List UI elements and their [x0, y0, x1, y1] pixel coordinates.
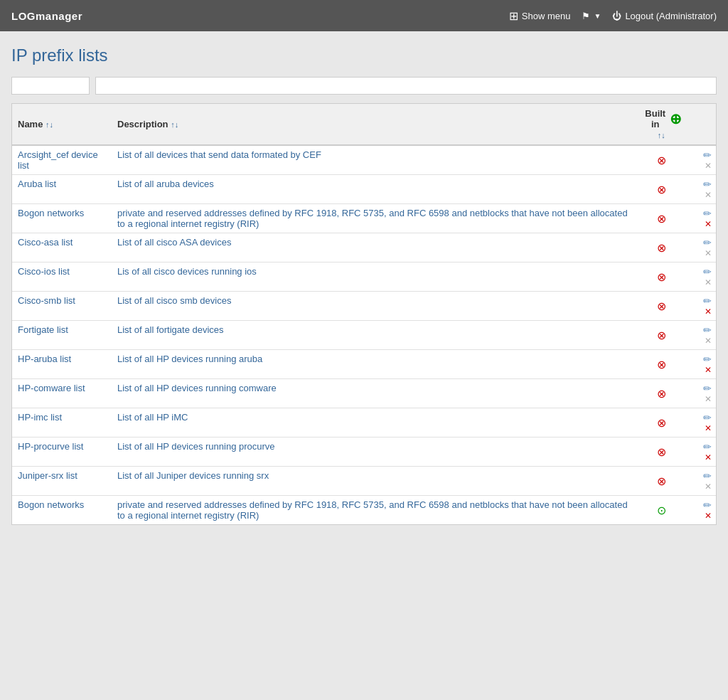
table-body: Arcsight_cef device listList of all devi…	[12, 145, 716, 524]
row-actions-cell: ✏✕	[687, 321, 716, 350]
builtin-no-icon: ⊗	[657, 242, 666, 254]
logout-button[interactable]: ⏻ Logout (Administrator)	[612, 11, 717, 21]
edit-button[interactable]: ✏	[693, 237, 712, 248]
power-icon: ⏻	[612, 11, 621, 21]
delete-button[interactable]: ✕	[693, 277, 712, 287]
row-builtin-cell: ⊗	[636, 233, 687, 262]
col-header-description: Description ↑↓	[112, 104, 636, 145]
edit-button[interactable]: ✏	[693, 179, 712, 190]
builtin-no-icon: ⊗	[657, 388, 666, 400]
table-row: Juniper-srx listList of all Juniper devi…	[12, 467, 716, 496]
table-row: Bogon networksprivate and reserved addre…	[12, 204, 716, 233]
builtin-no-icon: ⊗	[657, 184, 666, 196]
row-builtin-cell: ⊗	[636, 321, 687, 350]
flag-dropdown-arrow: ▼	[594, 12, 601, 20]
delete-button[interactable]: ✕	[693, 336, 712, 346]
edit-button[interactable]: ✏	[693, 383, 712, 394]
flag-button[interactable]: ⚑ ▼	[582, 11, 601, 21]
filter-name-input[interactable]	[11, 77, 90, 95]
row-name-cell[interactable]: Cisco-asa list	[12, 233, 112, 262]
flag-icon: ⚑	[582, 11, 590, 21]
delete-button[interactable]: ✕	[693, 190, 712, 200]
delete-button[interactable]: ✕	[693, 365, 712, 375]
grid-icon: ⊞	[509, 9, 518, 23]
row-actions-cell: ✏✕	[687, 204, 716, 233]
row-builtin-cell: ⊗	[636, 467, 687, 496]
col-header-name: Name ↑↓	[12, 104, 112, 145]
delete-button[interactable]: ✕	[693, 219, 712, 229]
delete-button[interactable]: ✕	[693, 423, 712, 433]
delete-button[interactable]: ✕	[693, 307, 712, 317]
row-name-cell[interactable]: HP-comware list	[12, 379, 112, 408]
edit-button[interactable]: ✏	[693, 295, 712, 307]
name-sort-arrows[interactable]: ↑↓	[46, 120, 53, 129]
add-button[interactable]: ⊕	[670, 110, 682, 127]
delete-button[interactable]: ✕	[693, 511, 712, 521]
row-actions-cell: ✏✕	[687, 262, 716, 292]
edit-button[interactable]: ✏	[693, 266, 712, 277]
builtin-no-icon: ⊗	[657, 154, 666, 166]
builtin-no-icon: ⊗	[657, 329, 666, 341]
row-builtin-cell: ⊗	[636, 408, 687, 438]
desc-sort-arrows[interactable]: ↑↓	[171, 120, 178, 129]
table-row: HP-procurve listList of all HP devices r…	[12, 438, 716, 467]
row-builtin-cell: ⊗	[636, 292, 687, 321]
table-row: Aruba listList of all aruba devices⊗✏✕	[12, 175, 716, 204]
builtin-no-icon: ⊗	[657, 271, 666, 283]
row-name-cell[interactable]: Fortigate list	[12, 321, 112, 350]
row-description-cell: Lis of all cisco devices running ios	[112, 262, 636, 292]
edit-button[interactable]: ✏	[693, 324, 712, 336]
row-description-cell: List of all HP iMC	[112, 408, 636, 438]
show-menu-button[interactable]: ⊞ Show menu	[509, 9, 571, 23]
row-name-cell[interactable]: Cisco-smb list	[12, 292, 112, 321]
edit-button[interactable]: ✏	[693, 354, 712, 365]
table-row: Fortigate listList of all fortigate devi…	[12, 321, 716, 350]
delete-button[interactable]: ✕	[693, 394, 712, 404]
row-name-cell[interactable]: Arcsight_cef device list	[12, 145, 112, 175]
row-name-cell[interactable]: Juniper-srx list	[12, 467, 112, 496]
row-actions-cell: ✏✕	[687, 467, 716, 496]
row-actions-cell: ✏✕	[687, 408, 716, 438]
edit-button[interactable]: ✏	[693, 441, 712, 452]
col-header-builtin: Built in ⊕ ↑↓	[636, 104, 687, 145]
builtin-sort-arrows[interactable]: ↑↓	[658, 129, 665, 140]
builtin-no-icon: ⊗	[657, 417, 666, 429]
row-description-cell: List of all HP devices running procurve	[112, 438, 636, 467]
row-builtin-cell: ⊗	[636, 145, 687, 175]
row-actions-cell: ✏✕	[687, 145, 716, 175]
edit-button[interactable]: ✏	[693, 499, 712, 511]
edit-button[interactable]: ✏	[693, 149, 712, 161]
table-row: Cisco-ios listLis of all cisco devices r…	[12, 262, 716, 292]
header: LOGmanager ⊞ Show menu ⚑ ▼ ⏻ Logout (Adm…	[0, 0, 728, 31]
edit-button[interactable]: ✏	[693, 412, 712, 423]
main-content: IP prefix lists Name ↑↓ Description ↑↓	[0, 31, 728, 539]
row-name-cell[interactable]: Bogon networks	[12, 204, 112, 233]
row-description-cell: List of all Juniper devices running srx	[112, 467, 636, 496]
edit-button[interactable]: ✏	[693, 208, 712, 219]
table-row: Cisco-smb listList of all cisco smb devi…	[12, 292, 716, 321]
row-description-cell: private and reserved addresses defined b…	[112, 204, 636, 233]
delete-button[interactable]: ✕	[693, 482, 712, 492]
filter-description-input[interactable]	[95, 77, 717, 95]
row-description-cell: private and reserved addresses defined b…	[112, 496, 636, 525]
row-name-cell[interactable]: Cisco-ios list	[12, 262, 112, 292]
filter-row	[11, 77, 717, 95]
row-builtin-cell: ⊗	[636, 350, 687, 379]
row-description-cell: List of all aruba devices	[112, 175, 636, 204]
row-description-cell: List of all HP devices running comware	[112, 379, 636, 408]
row-actions-cell: ✏✕	[687, 438, 716, 467]
row-builtin-cell: ⊗	[636, 438, 687, 467]
col-header-actions	[687, 104, 716, 145]
delete-button[interactable]: ✕	[693, 452, 712, 462]
row-name-cell[interactable]: HP-aruba list	[12, 350, 112, 379]
row-name-cell[interactable]: HP-procurve list	[12, 438, 112, 467]
row-actions-cell: ✏✕	[687, 233, 716, 262]
row-description-cell: List of all HP devices running aruba	[112, 350, 636, 379]
delete-button[interactable]: ✕	[693, 248, 712, 258]
edit-button[interactable]: ✏	[693, 470, 712, 482]
row-name-cell[interactable]: Aruba list	[12, 175, 112, 204]
delete-button[interactable]: ✕	[693, 161, 712, 171]
row-name-cell[interactable]: Bogon networks	[12, 496, 112, 525]
row-description-cell: List of all devices that send data forma…	[112, 145, 636, 175]
row-name-cell[interactable]: HP-imc list	[12, 408, 112, 438]
